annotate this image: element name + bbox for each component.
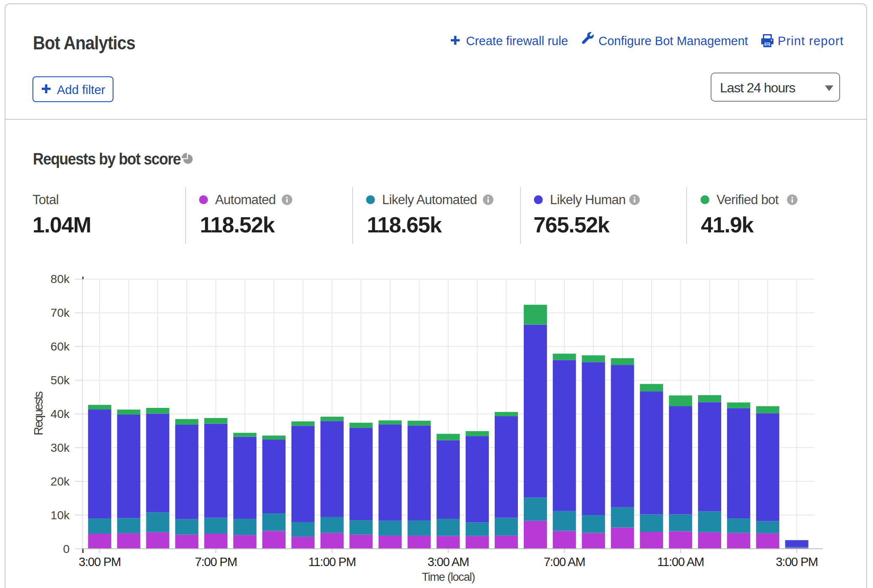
svg-text:50k: 50k xyxy=(51,374,70,387)
svg-text:20k: 20k xyxy=(51,475,70,488)
svg-text:Requests: Requests xyxy=(32,391,45,436)
svg-text:0: 0 xyxy=(63,542,70,556)
svg-text:40k: 40k xyxy=(51,407,70,421)
svg-text:7:00 PM: 7:00 PM xyxy=(195,555,237,569)
svg-text:30k: 30k xyxy=(51,441,70,454)
svg-text:80k: 80k xyxy=(51,272,70,286)
svg-text:7:00 AM: 7:00 AM xyxy=(544,555,585,569)
svg-text:11:00 PM: 11:00 PM xyxy=(308,555,356,569)
svg-text:10k: 10k xyxy=(51,509,70,522)
svg-text:Time (local): Time (local) xyxy=(422,571,475,583)
svg-text:11:00 AM: 11:00 AM xyxy=(657,555,704,569)
svg-text:3:00 PM: 3:00 PM xyxy=(776,555,818,569)
svg-text:3:00 AM: 3:00 AM xyxy=(428,555,469,569)
svg-text:3:00 PM: 3:00 PM xyxy=(78,555,121,569)
svg-text:60k: 60k xyxy=(51,340,70,353)
svg-text:70k: 70k xyxy=(51,306,70,319)
